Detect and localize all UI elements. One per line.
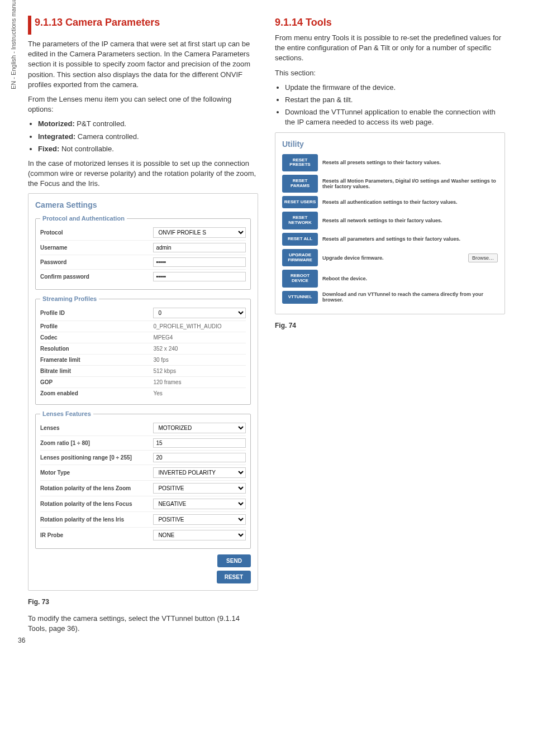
row-zoom-enabled: Zoom enabledYes — [40, 388, 246, 399]
list-item-fixed: Fixed: Not controllable. — [38, 144, 258, 154]
value-gop: 120 frames — [153, 379, 246, 385]
input-confirm[interactable] — [153, 272, 246, 281]
list-item-firmware: Update the firmware of the device. — [285, 83, 505, 93]
streaming-profiles-legend: Streaming Profiles — [40, 295, 99, 302]
row-bitrate: Bitrate limit512 kbps — [40, 366, 246, 377]
row-gop: GOP120 frames — [40, 377, 246, 388]
text-motorized: P&T controlled. — [75, 119, 126, 128]
lenses-features-legend: Lenses Features — [40, 410, 93, 417]
reset-params-text: Resets all Motion Parameters, Digital I/… — [322, 178, 498, 189]
list-item-restart: Restart the pan & tilt. — [285, 95, 505, 105]
label-gop: GOP — [40, 379, 153, 385]
lenses-features-fieldset: Lenses Features LensesMOTORIZED Zoom rat… — [35, 410, 251, 549]
utility-row-upgrade: UPGRADE FIRMWAREUpgrade device firmware.… — [282, 249, 498, 267]
paragraph-motorized-lenses: In the case of motorized lenses it is po… — [28, 159, 258, 189]
label-ir-probe: IR Probe — [40, 532, 153, 538]
select-ir-probe[interactable]: NONE — [153, 530, 246, 540]
utility-row-reboot: REBOOT DEVICEReboot the device. — [282, 270, 498, 288]
row-zoom-ratio: Zoom ratio [1 ÷ 80] — [40, 436, 246, 451]
label-lenses: Lenses — [40, 425, 153, 431]
input-username[interactable] — [153, 243, 246, 252]
label-zoom-ratio: Zoom ratio [1 ÷ 80] — [40, 440, 153, 446]
utility-row-presets: RESET PRESETSResets all presets settings… — [282, 154, 498, 172]
select-rot-zoom[interactable]: POSITIVE — [153, 483, 246, 494]
select-profile-id[interactable]: 0 — [153, 308, 246, 318]
utility-row-vttunnel: VTTUNNELDownload and run VTTunnel to rea… — [282, 291, 498, 304]
reset-network-button[interactable]: RESET NETWORK — [282, 212, 318, 229]
select-motor-type[interactable]: INVERTED POLARITY — [153, 467, 246, 478]
label-username: Username — [40, 245, 153, 251]
value-resolution: 352 x 240 — [153, 346, 246, 352]
select-rot-focus[interactable]: NEGATIVE — [153, 499, 246, 509]
paragraph-camera-intro: The parameters of the IP camera that wer… — [28, 39, 258, 90]
value-codec: MPEG4 — [153, 334, 246, 341]
label-fixed: Fixed: — [38, 145, 59, 153]
input-password[interactable] — [153, 257, 246, 267]
label-rot-zoom: Rotation polarity of the lens Zoom — [40, 485, 153, 491]
value-zoom-enabled: Yes — [153, 390, 246, 396]
row-rot-zoom: Rotation polarity of the lens ZoomPOSITI… — [40, 481, 246, 496]
browse-button[interactable]: Browse… — [468, 253, 498, 262]
reset-users-button[interactable]: RESET USERS — [282, 196, 318, 209]
camera-settings-box: Camera Settings Protocol and Authenticat… — [28, 193, 258, 591]
protocol-auth-legend: Protocol and Authentication — [40, 215, 127, 222]
label-bitrate: Bitrate limit — [40, 368, 153, 374]
row-positioning-range: Lenses positioning range [0 ÷ 255] — [40, 451, 246, 465]
reboot-device-button[interactable]: REBOOT DEVICE — [282, 270, 318, 288]
vttunnel-button[interactable]: VTTUNNEL — [282, 291, 318, 304]
heading-text: 9.1.13 Camera Parameters — [35, 17, 160, 28]
section-heading-tools: 9.1.14 Tools — [275, 17, 505, 28]
utility-box: Utility RESET PRESETSResets all presets … — [275, 132, 505, 314]
utility-title: Utility — [282, 140, 498, 149]
utility-row-users: RESET USERSResets all authentication set… — [282, 196, 498, 209]
paragraph-tools-intro: From menu entry Tools it is possible to … — [275, 33, 505, 64]
label-password: Password — [40, 259, 153, 265]
label-integrated: Integrated: — [38, 132, 75, 141]
label-motorized: Motorized: — [38, 119, 75, 128]
paragraph-this-section: This section: — [275, 68, 505, 78]
send-button[interactable]: SEND — [217, 554, 251, 567]
label-resolution: Resolution — [40, 346, 153, 352]
label-zoom-enabled: Zoom enabled — [40, 390, 153, 396]
paragraph-vttunnel-ref: To modify the camera settings, select th… — [28, 614, 258, 634]
section-heading-camera-params: 9.1.13 Camera Parameters — [28, 17, 258, 35]
label-motor-type: Motor Type — [40, 470, 153, 476]
right-column: 9.1.14 Tools From menu entry Tools it is… — [275, 17, 505, 639]
reset-presets-button[interactable]: RESET PRESETS — [282, 154, 318, 172]
reset-all-text: Resets all parameters and settings to th… — [322, 236, 498, 242]
row-protocol: ProtocolONVIF PROFILE S — [40, 225, 246, 241]
list-item-vttunnel: Download the VTTunnel application to ena… — [285, 107, 505, 127]
side-rotated-text: EN - English - Instructions manual — [10, 0, 17, 89]
tools-section-list: Update the firmware of the device. Resta… — [285, 83, 505, 128]
row-motor-type: Motor TypeINVERTED POLARITY — [40, 465, 246, 481]
row-profile: Profile0_PROFILE_WITH_AUDIO — [40, 321, 246, 332]
list-item-motorized: Motorized: P&T controlled. — [38, 119, 258, 129]
reset-button[interactable]: RESET — [217, 571, 251, 583]
reset-all-button[interactable]: RESET ALL — [282, 233, 318, 246]
label-positioning-range: Lenses positioning range [0 ÷ 255] — [40, 454, 153, 461]
row-profile-id: Profile ID0 — [40, 305, 246, 321]
protocol-auth-fieldset: Protocol and Authentication ProtocolONVI… — [35, 215, 251, 290]
value-framerate: 30 fps — [153, 357, 246, 363]
label-profile-id: Profile ID — [40, 310, 153, 316]
lens-options-list: Motorized: P&T controlled. Integrated: C… — [38, 119, 258, 154]
upgrade-firmware-button[interactable]: UPGRADE FIRMWARE — [282, 249, 318, 267]
reset-params-button[interactable]: RESET PARAMS — [282, 175, 318, 193]
label-rot-focus: Rotation polarity of the lens Focus — [40, 501, 153, 507]
input-positioning-range[interactable] — [153, 453, 246, 462]
streaming-profiles-fieldset: Streaming Profiles Profile ID0 Profile0_… — [35, 295, 251, 405]
vttunnel-text: Download and run VTTunnel to reach the c… — [322, 291, 498, 303]
camera-settings-title: Camera Settings — [35, 200, 251, 209]
form-buttons: SEND RESET — [35, 554, 251, 583]
label-framerate: Framerate limit — [40, 357, 153, 363]
input-zoom-ratio[interactable] — [153, 438, 246, 448]
reset-presets-text: Resets all presets settings to their fac… — [322, 160, 498, 165]
utility-row-all: RESET ALLResets all parameters and setti… — [282, 233, 498, 246]
select-protocol[interactable]: ONVIF PROFILE S — [153, 227, 246, 238]
page-number: 36 — [18, 637, 25, 644]
select-rot-iris[interactable]: POSITIVE — [153, 514, 246, 525]
label-confirm: Confirm password — [40, 274, 153, 280]
select-lenses[interactable]: MOTORIZED — [153, 423, 246, 433]
label-profile: Profile — [40, 323, 153, 329]
reset-network-text: Resets all network settings to their fac… — [322, 218, 498, 223]
